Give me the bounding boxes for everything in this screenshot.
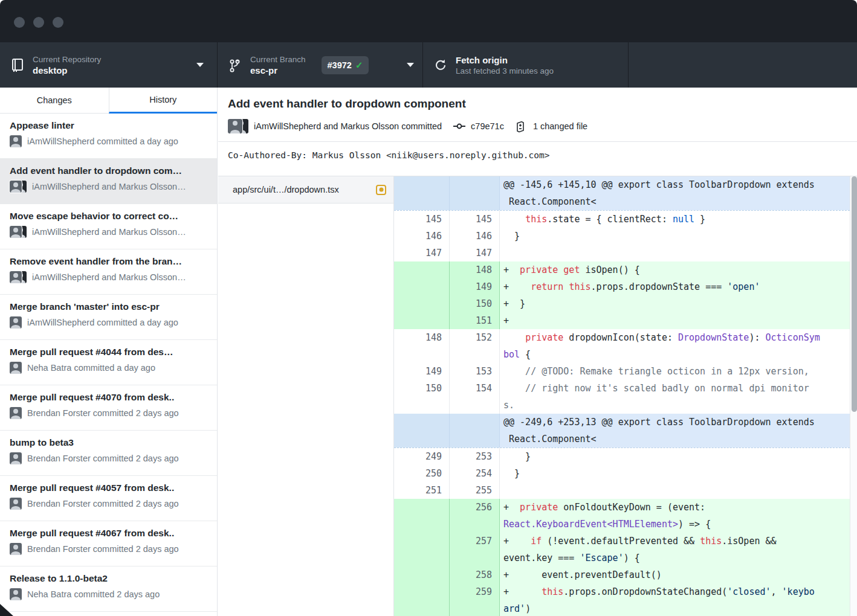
github-desktop-window: Current Repository desktop Current Branc… [0,0,857,616]
commit-list-item[interactable]: Remove event handler from the bran…iAmWi… [0,249,217,295]
window-controls [14,17,63,28]
commit-list-item[interactable]: Merge pull request #4070 from desk..Bren… [0,385,217,431]
code-cell: } [500,465,850,482]
commit-list-item[interactable]: Release to 1.1.0-beta2Neha Batra committ… [0,566,217,612]
commit-item-byline: iAmWillShepherd and Markus Olsson… [32,182,186,191]
old-line-number: 145 [394,211,450,228]
tab-changes[interactable]: Changes [0,88,109,114]
commit-list-item[interactable]: Move escape behavior to correct co…iAmWi… [0,204,217,249]
avatar-stack [10,271,27,283]
avatar [10,226,22,238]
fetch-title: Fetch origin [456,54,554,66]
avatar [228,119,242,133]
diff-scrollbar-track[interactable] [850,176,857,616]
avatar [10,452,22,464]
code-cell: + this.props.onDropdownStateChanged('clo… [500,583,850,616]
new-line-number: 258 [450,566,500,583]
new-line-number [450,414,500,448]
diff-row: 147147 [394,245,850,261]
new-line-number: 256 [450,499,500,533]
commit-sha: c79e71c [471,121,504,131]
code-cell: private dropdownIcon(state: DropdownStat… [500,329,850,363]
code-line: } [503,448,850,465]
commit-list-item[interactable]: Merge pull request #4067 from desk..Bren… [0,521,217,566]
minimize-window-button[interactable] [33,17,44,28]
commit-list-item[interactable]: Add event handler to dropdown com…iAmWil… [0,159,217,204]
new-line-number: 149 [450,278,500,295]
commit-list-item[interactable]: bump to beta3Brendan Forster committed 2… [0,431,217,476]
current-branch-button[interactable]: Current Branch esc-pr #3972 ✓ [218,42,423,88]
commit-item-byline: Neha Batra committed 2 days ago [27,589,160,599]
old-line-number [394,414,450,448]
diff-row: 150+ } [394,295,850,312]
commit-item-title: Merge pull request #4057 from desk.. [10,483,209,493]
code-line: private dropdownIcon(state: DropdownStat… [503,329,850,346]
code-cell [500,245,850,261]
code-line: + event.preventDefault() [503,566,850,583]
code-line: + this.props.onDropdownStateChanged('clo… [503,583,850,600]
new-line-number [450,176,500,210]
changed-file-item[interactable]: app/src/ui/t…/dropdown.tsx [218,176,393,204]
commit-item-meta: Brendan Forster committed 2 days ago [10,407,209,419]
commit-item-title: Add event handler to dropdown com… [10,165,209,176]
avatar [10,498,22,510]
commit-item-title: Release to 1.1.0-beta2 [10,573,209,584]
commit-item-byline: Brendan Forster committed 2 days ago [27,408,179,418]
diff-row: 150154 // right now it's scaled badly on… [394,380,850,414]
fetch-origin-button[interactable]: Fetch origin Last fetched 3 minutes ago [423,42,629,88]
diff-row: 146146 } [394,228,850,245]
modified-file-icon [376,185,386,195]
new-line-number: 151 [450,312,500,329]
code-line: } [503,465,850,482]
sync-icon [434,58,447,72]
changed-files-panel: app/src/ui/t…/dropdown.tsx [218,176,394,616]
commit-list-item[interactable]: Appease linteriAmWillShepherd committed … [0,114,217,159]
branch-icon [228,58,242,72]
code-cell: } [500,228,850,245]
diff-row: 256+ private onFoldoutKeyDown = (event:R… [394,499,850,533]
current-repository-button[interactable]: Current Repository desktop [0,42,218,88]
zoom-window-button[interactable] [53,17,63,28]
commit-list-item[interactable]: Merge pull request #4044 from des…Neha B… [0,340,217,385]
old-line-number [394,583,450,616]
code-cell: + if (!event.defaultPrevented && this.is… [500,533,850,566]
commit-item-byline: iAmWillShepherd and Markus Olsson… [32,272,186,282]
old-line-number [394,295,450,312]
commit-list-item[interactable]: Merge pull request #4057 from desk..Bren… [0,476,217,521]
close-window-button[interactable] [14,17,25,28]
commit-item-meta: Brendan Forster committed 2 days ago [10,498,209,510]
tooltip-arrow [0,604,13,616]
old-line-number: 146 [394,228,450,245]
code-cell: } [500,448,850,465]
code-line: @@ -145,6 +145,10 @@ export class Toolba… [503,176,850,193]
new-line-number: 150 [450,295,500,312]
code-line [503,482,850,499]
commit-list-item[interactable]: Merge branch 'master' into esc-priAmWill… [0,295,217,340]
commit-authors-avatars [228,119,248,133]
new-line-number: 153 [450,363,500,380]
pr-number-badge: #3972 ✓ [322,56,369,74]
old-line-number: 147 [394,245,450,261]
code-cell: // right now it's scaled badly on normal… [500,380,850,414]
new-line-number: 259 [450,583,500,616]
ci-check-icon: ✓ [355,60,363,71]
diff-row: 145145 this.state = { clientRect: null } [394,211,850,228]
new-line-number: 254 [450,465,500,482]
avatar [10,271,22,283]
new-line-number: 152 [450,329,500,363]
commit-list-item[interactable]: Merge pull request #4051 from desk.. [0,612,217,616]
code-line: // @TODO: Remake triangle octicon in a 1… [503,363,850,380]
new-line-number: 146 [450,228,500,245]
diff-row: @@ -145,6 +145,10 @@ export class Toolba… [394,176,850,211]
diff-row: 258+ event.preventDefault() [394,566,850,583]
tab-history[interactable]: History [109,88,218,114]
code-line: @@ -249,6 +253,13 @@ export class Toolba… [503,414,850,431]
avatar-stack [10,226,27,238]
sidebar-tabs: Changes History [0,88,217,114]
diff-row: 250254 } [394,465,850,482]
scrollbar-thumb[interactable] [852,176,857,412]
commit-item-meta: Neha Batra committed a day ago [10,362,209,374]
commit-item-title: Appease linter [10,120,209,131]
commit-item-byline: iAmWillShepherd committed a day ago [27,318,178,327]
avatar [10,316,22,329]
